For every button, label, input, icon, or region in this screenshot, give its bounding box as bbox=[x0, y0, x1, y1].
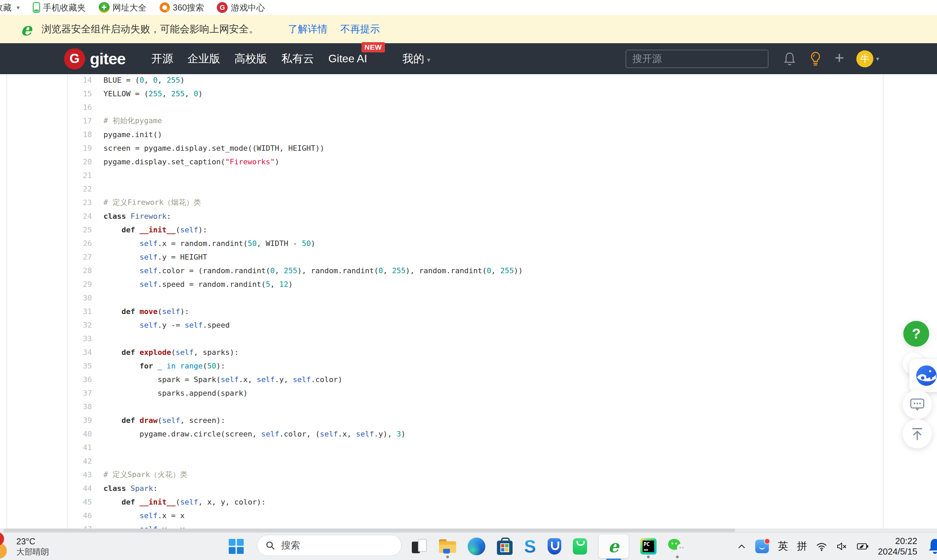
line-number[interactable]: 26 bbox=[68, 239, 92, 248]
task-view-button[interactable] bbox=[411, 532, 427, 560]
bookmark-item[interactable]: 手机收藏夹 bbox=[33, 2, 86, 13]
code-line: 39 def draw(self, screen): bbox=[68, 413, 883, 427]
line-number[interactable]: 33 bbox=[68, 334, 92, 343]
line-number[interactable]: 35 bbox=[68, 362, 92, 370]
start-button[interactable] bbox=[229, 539, 244, 554]
line-number[interactable]: 23 bbox=[68, 198, 92, 207]
comment-icon bbox=[909, 397, 925, 412]
code-line: 16 bbox=[68, 100, 883, 114]
line-number[interactable]: 15 bbox=[68, 89, 92, 98]
nav-item[interactable]: 我的▾ bbox=[403, 51, 430, 66]
code-line: 40 pygame.draw.circle(screen, self.color… bbox=[68, 427, 883, 441]
gitee-brand[interactable]: gitee bbox=[90, 49, 126, 68]
line-number[interactable]: 24 bbox=[68, 212, 92, 220]
code-line: 33 bbox=[68, 332, 883, 345]
line-number[interactable]: 44 bbox=[68, 484, 92, 492]
line-number[interactable]: 42 bbox=[68, 457, 92, 465]
edge-browser-button[interactable] bbox=[468, 532, 485, 560]
taskbar-search[interactable] bbox=[257, 535, 402, 556]
pycharm-button[interactable]: PC bbox=[640, 532, 657, 560]
notifications-bell-icon[interactable] bbox=[783, 51, 797, 67]
ime-english-indicator[interactable]: 英 bbox=[778, 539, 788, 553]
back-to-top-button[interactable] bbox=[903, 419, 932, 448]
nav-sphere-icon bbox=[99, 2, 109, 13]
tray-chevron-up-icon[interactable] bbox=[737, 542, 746, 551]
line-number[interactable]: 30 bbox=[68, 294, 92, 302]
line-number[interactable]: 21 bbox=[68, 171, 92, 180]
bookmark-item[interactable]: 游戏中心 bbox=[217, 2, 265, 13]
line-number[interactable]: 46 bbox=[68, 511, 92, 520]
user-avatar[interactable]: 牛 ▾ bbox=[856, 50, 879, 68]
nav-item[interactable]: Gitee AINEW bbox=[328, 52, 367, 65]
line-number[interactable]: 43 bbox=[68, 471, 92, 479]
security-shield-button[interactable] bbox=[548, 532, 561, 560]
file-explorer-button[interactable] bbox=[439, 532, 456, 560]
line-number[interactable]: 39 bbox=[68, 416, 92, 425]
bookmark-item[interactable]: 360搜索 bbox=[160, 2, 204, 13]
ime-pinyin-indicator[interactable]: 拼 bbox=[797, 539, 807, 553]
nav-item[interactable]: 高校版 bbox=[234, 51, 267, 66]
weather-desc: 大部晴朗 bbox=[16, 547, 49, 557]
dont-show-again-link[interactable]: 不再提示 bbox=[341, 23, 380, 36]
line-content: sparks.append(spark) bbox=[103, 389, 248, 397]
nav-item[interactable]: 企业版 bbox=[188, 51, 220, 66]
line-content: # 定义Firework（烟花）类 bbox=[103, 197, 201, 208]
line-number[interactable]: 38 bbox=[68, 403, 92, 411]
microsoft-store-button[interactable] bbox=[497, 532, 513, 560]
nav-item[interactable]: 开源 bbox=[151, 51, 173, 66]
line-number[interactable]: 45 bbox=[68, 498, 92, 506]
browser-360-active-button[interactable]: e bbox=[599, 532, 629, 560]
learn-more-link[interactable]: 了解详情 bbox=[288, 23, 327, 36]
line-number[interactable]: 19 bbox=[68, 144, 92, 152]
wechat-button[interactable] bbox=[668, 532, 686, 560]
green-bag-app-button[interactable] bbox=[573, 532, 587, 560]
line-number[interactable]: 14 bbox=[68, 76, 92, 85]
volume-muted-icon[interactable] bbox=[836, 541, 848, 551]
lightbulb-icon[interactable] bbox=[809, 51, 822, 67]
avatar-initial: 牛 bbox=[856, 50, 873, 68]
code-line: 44class Spark: bbox=[68, 482, 883, 495]
clock-widget[interactable]: 20:22 2024/5/15 bbox=[878, 536, 917, 557]
line-number[interactable]: 34 bbox=[68, 348, 92, 357]
horizontal-scrollbar-thumb[interactable] bbox=[3, 529, 735, 532]
line-number[interactable]: 17 bbox=[68, 117, 92, 125]
edge-icon bbox=[468, 537, 485, 555]
bookmark-item[interactable]: 收藏▾ bbox=[0, 2, 20, 13]
battery-saver-icon[interactable] bbox=[857, 542, 869, 551]
help-button[interactable]: ? bbox=[903, 321, 929, 347]
line-number[interactable]: 22 bbox=[68, 185, 92, 193]
browser-360-speed-button[interactable]: S bbox=[524, 532, 536, 560]
line-number[interactable]: 32 bbox=[68, 321, 92, 329]
line-number[interactable]: 41 bbox=[68, 443, 92, 452]
line-number[interactable]: 18 bbox=[68, 130, 92, 139]
line-number[interactable]: 37 bbox=[68, 389, 92, 397]
site-search-input[interactable] bbox=[626, 50, 769, 68]
taskbar-weather-widget[interactable]: 1 23°C 大部晴朗 bbox=[0, 534, 49, 559]
notification-bell-icon[interactable] bbox=[928, 537, 937, 555]
nav-item[interactable]: 私有云 bbox=[282, 51, 314, 66]
wifi-icon[interactable] bbox=[816, 541, 828, 551]
feedback-button[interactable] bbox=[903, 390, 932, 419]
line-number[interactable]: 29 bbox=[68, 280, 92, 289]
tray-assistant-icon[interactable] bbox=[755, 540, 769, 553]
line-number[interactable]: 40 bbox=[68, 430, 92, 438]
code-viewer: 14BLUE = (0, 0, 255)15YELLOW = (255, 255… bbox=[68, 73, 883, 528]
code-line: 22 bbox=[68, 182, 883, 195]
line-number[interactable]: 31 bbox=[68, 307, 92, 316]
taskbar-search-input[interactable] bbox=[280, 540, 384, 551]
create-new-plus-icon[interactable]: + bbox=[835, 50, 844, 66]
translate-plugin-icon bbox=[915, 365, 937, 387]
bookmark-item[interactable]: 网址大全 bbox=[99, 2, 147, 13]
line-number[interactable]: 28 bbox=[68, 266, 92, 275]
translate-plugin-button[interactable] bbox=[909, 359, 937, 392]
line-content: screen = pygame.display.set_mode((WIDTH,… bbox=[103, 144, 324, 152]
line-number[interactable]: 20 bbox=[68, 157, 92, 166]
line-number[interactable]: 36 bbox=[68, 375, 92, 384]
line-number[interactable]: 25 bbox=[68, 226, 92, 234]
caret-down-icon[interactable]: ▾ bbox=[17, 4, 20, 11]
line-number[interactable]: 16 bbox=[68, 103, 92, 112]
gitee-logo-icon[interactable]: G bbox=[64, 48, 85, 69]
clock-time: 20:22 bbox=[878, 536, 917, 546]
line-number[interactable]: 47 bbox=[68, 525, 92, 529]
line-number[interactable]: 27 bbox=[68, 253, 92, 261]
